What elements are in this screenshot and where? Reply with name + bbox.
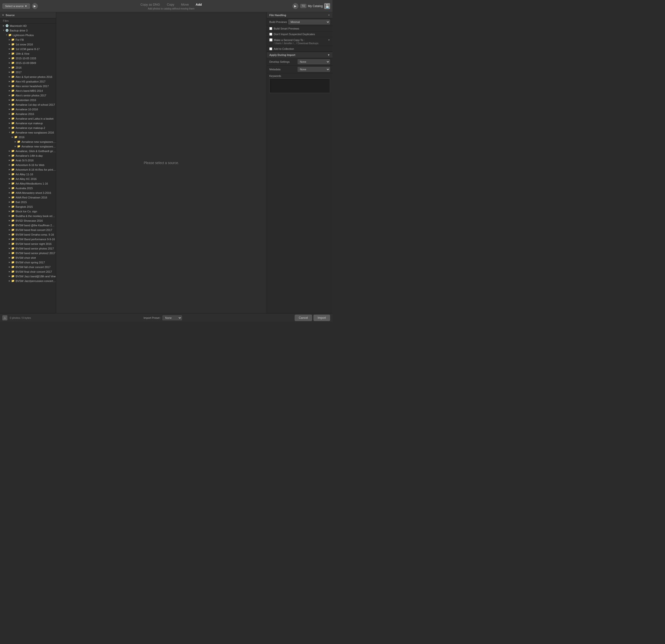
tree-item[interactable]: ▶📁2015-10-09 0849	[0, 60, 56, 65]
tree-item[interactable]: ▶📁Arab St 5-2016	[0, 158, 56, 163]
tree-item[interactable]: ▶📁BVSW band senior photos2 2017	[0, 251, 56, 255]
build-previews-select[interactable]: Minimal Standard 1:1 Embedded & Sidecar	[288, 20, 330, 24]
tree-item[interactable]: ▶📁1st snow 2016	[0, 42, 56, 47]
tree-item[interactable]: ▶📁BVSW choir spring 2017	[0, 260, 56, 265]
folder-icon: 📁	[11, 48, 15, 51]
tree-item[interactable]: ▶📁Art Alley 11-16	[0, 172, 56, 177]
tree-item-label: BVSW band @the Kauffman 2017	[16, 224, 56, 227]
tree-item[interactable]: ▶📁For FB	[0, 37, 56, 42]
folder-icon: 📁	[11, 238, 15, 241]
very-bottom-bar: △ 0 photos / 0 bytes Import Preset : Non…	[0, 313, 332, 322]
folder-icon: 📁	[11, 149, 15, 152]
tree-item[interactable]: ▶📁Annaliese 2016	[0, 112, 56, 116]
expand-arrow-icon: ▶	[8, 210, 11, 213]
file-handling-header[interactable]: File Handling ▼	[267, 12, 332, 18]
expand-arrow-icon: ▼	[8, 131, 11, 133]
tree-item[interactable]: ▶📁2015-10-05 1533	[0, 56, 56, 60]
import-button[interactable]: Import	[314, 315, 330, 321]
dont-import-duplicates-checkbox[interactable]	[269, 33, 272, 36]
tree-item[interactable]: ▶📁Annaliese 10-2016	[0, 107, 56, 112]
tree-item[interactable]: ▶💿Macintosh HD	[0, 23, 56, 28]
import-mode-move[interactable]: Move	[180, 2, 190, 7]
tree-item[interactable]: ▶📁BVSW band Omaha comp. 9-16	[0, 232, 56, 237]
tree-item[interactable]: ▶📁2016	[0, 65, 56, 70]
tree-item[interactable]: ▶📁AWA Monastery shoot 3-2016	[0, 190, 56, 195]
cancel-button[interactable]: Cancel	[295, 315, 312, 321]
import-mode-copy[interactable]: Copy	[166, 2, 175, 7]
tree-item[interactable]: ▶📁BVSW Band performance 9-9-16	[0, 237, 56, 241]
folder-icon: 📁	[11, 233, 15, 236]
tree-item[interactable]: ▶📁BVSD Showcase 2016	[0, 218, 56, 223]
tree-item[interactable]: ▶📁Alex HS graduation 2017	[0, 79, 56, 84]
tree-item[interactable]: ▶📁Arboretum 8-16 Hi-Res for printing	[0, 167, 56, 172]
folder-icon: 📁	[17, 145, 20, 148]
tree-item[interactable]: ▶📁1st UCM game 8-17	[0, 47, 56, 51]
tree-item[interactable]: ▶📁BVSW fall choir concert 2017	[0, 265, 56, 269]
tree-item[interactable]: ▶📁Alex's senior photos 2017	[0, 93, 56, 98]
tree-item[interactable]: ▶📁Block Ice Co. sign	[0, 209, 56, 214]
to-badge: TO	[300, 4, 307, 8]
tree-item[interactable]: ▶📁Amsterdam 2016	[0, 98, 56, 102]
tree-item[interactable]: ▶📁Annaliese eye makeup-2	[0, 126, 56, 130]
tree-item[interactable]: ▶📁Bali 2015	[0, 200, 56, 204]
tree-item[interactable]: ▶📁Alec & Syd senior photos 2016	[0, 74, 56, 79]
tree-item[interactable]: ▶📁BVSW band final concert 2017	[0, 227, 56, 232]
import-mode-add[interactable]: Add	[195, 2, 203, 7]
tree-item[interactable]: ▶📁Annaliese new sunglasses hi-res	[0, 140, 56, 144]
nav-right-arrow[interactable]: ▶	[32, 3, 38, 9]
expand-arrow-icon: ▶	[8, 238, 11, 240]
tree-item[interactable]: ▶📁Annaliese eye makeup	[0, 121, 56, 126]
tree-item[interactable]: ▶📁BVSW band senior night 2016	[0, 241, 56, 246]
tree-item[interactable]: ▶📁Bangkok 2015	[0, 204, 56, 209]
tree-item-label: Art Alley KC 2016	[16, 178, 37, 180]
metadata-select[interactable]: None	[298, 67, 330, 72]
tree-item-label: Alex's senior photos 2017	[16, 94, 46, 97]
select-source-button[interactable]: Select a source ▼	[2, 3, 30, 9]
tree-item[interactable]: ▶📁18th & Vine	[0, 51, 56, 56]
preset-select[interactable]: None	[163, 315, 182, 320]
tree-item[interactable]: ▶📁BVSW choir shirt	[0, 255, 56, 260]
center-placeholder: Please select a source.	[144, 161, 179, 165]
tree-item[interactable]: ▶📁BVSW band @the Kauffman 2017	[0, 223, 56, 227]
tree-item[interactable]: ▶📁Annaliese new sunglasses-for...	[0, 144, 56, 149]
tree-item[interactable]: ▼📁Lightroom Photos	[0, 33, 56, 37]
tree-item[interactable]: ▶📁Annaliese and Laika in a basket	[0, 116, 56, 121]
tree-item[interactable]: ▶📁BVSW Jazz band@18th and Vine	[0, 274, 56, 278]
tree-item[interactable]: ▶📁Annaliese, Glick & Gotthardt girls 2..…	[0, 149, 56, 153]
tree-item[interactable]: ▼📁Annaliese new sunglasses 2016	[0, 130, 56, 135]
apply-during-import-header[interactable]: Apply During Import ▼	[267, 52, 332, 58]
make-second-copy-checkbox[interactable]	[269, 38, 272, 41]
add-to-collection-checkbox[interactable]	[269, 48, 272, 50]
preset-label: Import Preset :	[144, 316, 161, 319]
tree-item[interactable]: ▶📁2016	[0, 135, 56, 140]
folder-icon: 📁	[11, 66, 15, 69]
tree-item[interactable]: ▶📁Arboretum 8-16 for Web	[0, 163, 56, 167]
expand-collapse-button[interactable]: △	[2, 315, 7, 320]
folder-icon: 📁	[11, 159, 15, 162]
tree-item[interactable]: ▶📁Alex's band-MBS 2014	[0, 88, 56, 93]
build-smart-previews-checkbox[interactable]	[269, 27, 272, 30]
tree-item[interactable]: ▶📁AWA Red Chinatown 2016	[0, 195, 56, 200]
tree-item[interactable]: ▶📁Annaliese 1st day of school 2017	[0, 102, 56, 107]
tree-item[interactable]: ▶📁Art Alley/Westbottoms 1-16	[0, 181, 56, 186]
tree-item[interactable]: ▶📁BVSW band senior photos 2017	[0, 246, 56, 251]
tree-item[interactable]: ▶📁Australia 2015	[0, 186, 56, 190]
tree-item[interactable]: ▶📁Annaliese's 14th b-day	[0, 153, 56, 158]
keywords-input[interactable]	[269, 78, 330, 93]
tree-item-label: Backup drive 3	[10, 29, 27, 32]
nav-right-arrow-2[interactable]: ▶	[292, 3, 298, 9]
import-mode-copy-dng[interactable]: Copy as DNG	[139, 2, 161, 7]
source-header[interactable]: ▼ Source	[0, 12, 56, 18]
expand-arrow-icon: ▶	[8, 201, 11, 203]
tree-item[interactable]: ▶📁BVSW Jazz/percussion concert 2016	[0, 278, 56, 283]
tree-item[interactable]: ▼💿Backup drive 3	[0, 28, 56, 33]
tree-item[interactable]: ▶📁BVSW final choir concert 2017	[0, 269, 56, 274]
tree-item[interactable]: ▶📁2017	[0, 70, 56, 74]
folder-icon: 📁	[11, 265, 15, 269]
develop-settings-select[interactable]: None	[298, 59, 330, 64]
tree-item[interactable]: ▶📁Alex senior headshots 2017	[0, 84, 56, 88]
folder-icon: 📁	[11, 200, 15, 204]
tree-item[interactable]: ▶📁Buddha & the monkey book release	[0, 214, 56, 218]
folder-icon: 📁	[11, 71, 15, 74]
tree-item[interactable]: ▶📁Art Alley KC 2016	[0, 177, 56, 181]
